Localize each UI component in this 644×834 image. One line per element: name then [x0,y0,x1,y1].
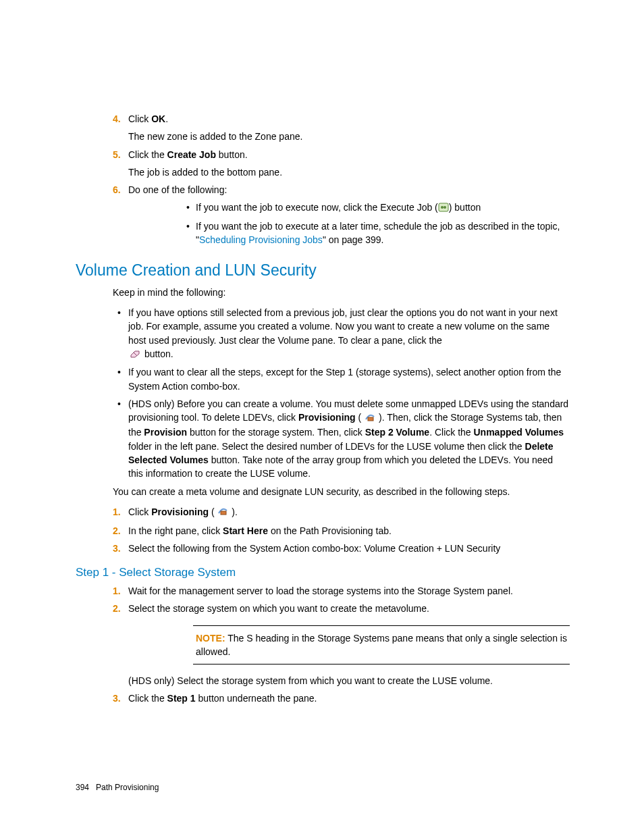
text: ( [356,412,364,423]
text: ). [229,506,237,517]
text: Do one of the following: [128,183,570,197]
start-here-label: Start Here [223,525,268,536]
create-job-label: Create Job [167,149,216,160]
step-c3: 3. Click the Step 1 button underneath th… [76,692,570,705]
step2-volume-label: Step 2 Volume [365,427,429,438]
section-heading-volume-creation: Volume Creation and LUN Security [76,259,570,282]
provisioning-icon [364,411,376,425]
steps-select-storage: 1. Wait for the management server to loa… [76,584,570,706]
step-c2: 2. Select the storage system on which yo… [76,602,570,687]
note-box: NOTE: The S heading in the Storage Syste… [193,625,570,665]
svg-point-2 [444,206,446,209]
execute-job-icon [438,202,449,215]
svg-rect-6 [221,511,226,515]
step-number: 4. [113,112,121,126]
note-label: NOTE: [196,633,225,644]
text: Select the following from the System Act… [128,543,500,554]
text: Click [128,113,151,124]
text: button. [216,149,248,160]
text: folder in the left pane. Select the desi… [128,441,525,452]
step-4: 4. Click OK. The new zone is added to th… [76,112,570,144]
text: If you want the job to execute now, clic… [196,202,438,213]
text: Click the [128,149,167,160]
text: . [165,113,168,124]
step-6: 6. Do one of the following: If you want … [76,183,570,246]
ordered-list-continuation: 4. Click OK. The new zone is added to th… [76,112,570,247]
step-number: 5. [113,148,121,161]
bullet-execute-now: If you want the job to execute now, clic… [128,201,570,215]
text: Select the storage system on which you w… [128,603,429,614]
footer-title: Path Provisioning [96,783,159,792]
step-number: 2. [113,602,121,615]
sub-bullets: If you want the job to execute now, clic… [128,201,570,246]
step-number: 3. [113,692,121,705]
step-number: 1. [113,584,121,598]
provisioning-icon [217,505,229,519]
steps-volume-creation: 1. Click Provisioning ( ). 2. In the rig… [76,505,570,556]
bullet-clear-all-steps: If you want to clear all the steps, exce… [76,365,570,393]
text: Click the [128,693,167,704]
scheduling-link[interactable]: Scheduling Provisioning Jobs [199,234,323,245]
step-b2: 2. In the right pane, click Start Here o… [76,524,570,538]
bullet-schedule-later: If you want the job to execute at a late… [128,219,570,247]
step-b3: 3. Select the following from the System … [76,542,570,555]
text: button for the storage system. Then, cli… [187,427,365,438]
text: ) button [449,202,481,213]
text: Click [128,506,151,517]
text: button. [142,348,173,359]
subsection-heading-step1: Step 1 - Select Storage System [76,565,570,581]
text: ( [209,506,217,517]
bullet-hds-only: (HDS only) Before you can create a volum… [76,397,570,480]
page: 4. Click OK. The new zone is added to th… [0,0,644,834]
eraser-icon [128,348,142,361]
step-5: 5. Click the Create Job button. The job … [76,148,570,180]
page-footer: 394 Path Provisioning [76,782,159,793]
note-text: The S heading in the Storage Systems pan… [196,633,567,657]
svg-point-1 [441,206,444,209]
text: The new zone is added to the Zone pane. [128,130,570,143]
text: on the Path Provisioning tab. [268,525,392,536]
text: The job is added to the bottom pane. [128,165,570,179]
hds-only-text: (HDS only) Select the storage system fro… [128,674,570,687]
ok-label: OK [151,113,165,124]
unmapped-volumes-label: Unmapped Volumes [474,427,564,438]
step-number: 6. [113,183,121,197]
step1-label: Step 1 [167,693,196,704]
svg-rect-5 [368,417,373,421]
provisioning-label: Provisioning [151,506,209,517]
bullet-clear-options: If you have options still selected from … [76,306,570,361]
step-number: 2. [113,524,121,538]
text: button underneath the pane. [196,693,317,704]
step-c1: 1. Wait for the management server to loa… [76,584,570,598]
text: " on page 399. [323,234,384,245]
text: . Click the [429,427,473,438]
text: In the right pane, click [128,525,223,536]
step-b1: 1. Click Provisioning ( ). [76,505,570,520]
step-number: 1. [113,505,121,519]
intro-text: Keep in mind the following: [113,286,570,299]
provisioning-label: Provisioning [298,412,356,423]
text: If you have options still selected from … [128,307,558,346]
considerations-list: If you have options still selected from … [76,306,570,480]
meta-volume-intro: You can create a meta volume and designa… [113,485,570,498]
step-number: 3. [113,542,121,555]
provision-label: Provision [144,427,187,438]
page-number: 394 [76,783,89,792]
text: Wait for the management server to load t… [128,585,513,596]
